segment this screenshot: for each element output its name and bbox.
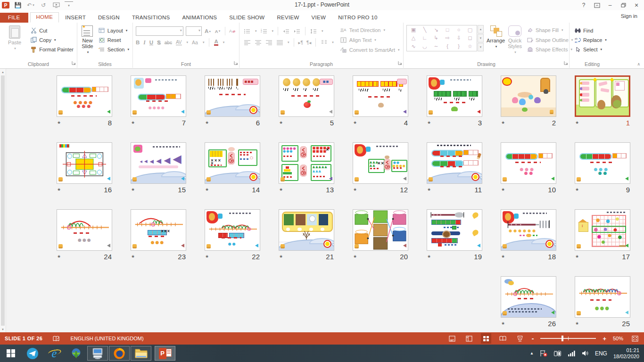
tab-nitro-pro-10[interactable]: NITRO PRO 10 — [332, 13, 383, 23]
taskbar-powerpoint-icon[interactable]: P — [155, 346, 175, 361]
slide-thumbnail-2[interactable] — [501, 75, 556, 117]
animation-star-icon[interactable]: ★ — [353, 254, 357, 259]
taskbar-telegram-icon[interactable] — [22, 345, 43, 362]
scroll-down-icon[interactable]: ▼ — [0, 326, 6, 332]
align-left-icon[interactable] — [243, 39, 251, 46]
slide-show-button[interactable] — [515, 333, 525, 344]
shape-effects-button[interactable]: Shape Effects▾ — [525, 45, 574, 54]
animation-star-icon[interactable]: ★ — [427, 187, 431, 192]
zoom-slider[interactable] — [540, 338, 596, 339]
close-icon[interactable]: × — [630, 0, 643, 10]
slide-thumbnail-22[interactable]: ●● — [205, 209, 260, 251]
animation-star-icon[interactable]: ★ — [575, 321, 579, 326]
tab-transitions[interactable]: TRANSITIONS — [126, 13, 176, 23]
animation-star-icon[interactable]: ★ — [205, 187, 209, 192]
animation-star-icon[interactable]: ★ — [501, 254, 505, 259]
tab-design[interactable]: DESIGN — [92, 13, 126, 23]
slide-thumbnail-11[interactable] — [427, 142, 482, 184]
animation-star-icon[interactable]: ★ — [279, 254, 283, 259]
justify-icon[interactable] — [276, 39, 283, 46]
zoom-level[interactable]: 50% — [613, 336, 623, 341]
convert-to-smartart-button[interactable]: Convert to SmartArt▾ — [339, 45, 401, 55]
paragraph-dialog-launcher-icon[interactable] — [398, 58, 402, 67]
decrease-font-size-icon[interactable]: A▼ — [214, 28, 222, 35]
animation-star-icon[interactable]: ★ — [353, 120, 357, 125]
font-color-button[interactable]: A — [214, 39, 218, 45]
align-center-icon[interactable] — [254, 39, 262, 46]
slide-thumbnail-14[interactable]: ××××○ — [205, 142, 260, 184]
slide-thumbnail-23[interactable]: ×××●●● — [131, 209, 186, 251]
animation-star-icon[interactable]: ★ — [575, 187, 579, 192]
shapes-scroll-up-icon[interactable]: ▲ — [478, 25, 484, 33]
tab-review[interactable]: REVIEW — [271, 13, 305, 23]
slide-sorter-view-button[interactable] — [481, 333, 491, 344]
animation-star-icon[interactable]: ★ — [57, 254, 61, 259]
slide-thumbnail-8[interactable]: ●●●●●●● — [57, 75, 112, 117]
sign-in-link[interactable]: Sign in — [621, 13, 637, 19]
find-button[interactable]: Find — [572, 26, 608, 35]
network-signal-icon[interactable] — [568, 350, 576, 356]
ltr-direction-icon[interactable]: ▸¶ — [298, 40, 303, 45]
change-case-button[interactable]: Aa — [192, 40, 198, 45]
align-text-button[interactable]: Align Text▾ — [339, 35, 401, 45]
animation-star-icon[interactable]: ★ — [575, 254, 579, 259]
slide-thumbnail-26[interactable] — [501, 276, 556, 318]
character-spacing-button[interactable]: AV — [176, 40, 182, 45]
new-slide-button[interactable]: New Slide ▾ — [80, 25, 95, 54]
slide-thumbnail-13[interactable]: ●●●●●●●■■■■■■■■■×▲▲▲▲▲▲▲▲ — [279, 142, 334, 184]
animation-star-icon[interactable]: ★ — [501, 321, 505, 326]
fit-slide-to-window-icon[interactable] — [630, 333, 640, 344]
clipboard-dialog-launcher-icon[interactable] — [72, 58, 76, 67]
bold-button[interactable]: B — [136, 40, 140, 45]
animation-star-icon[interactable]: ★ — [427, 120, 431, 125]
rtl-direction-icon[interactable]: ¶◂ — [306, 40, 311, 45]
quick-styles-button[interactable]: Quick Styles ▾ — [508, 25, 522, 54]
vertical-scrollbar[interactable]: ▲ ▼ — [0, 69, 6, 332]
animation-star-icon[interactable]: ★ — [501, 187, 505, 192]
slide-thumbnail-4[interactable] — [353, 75, 408, 117]
ribbon-display-options-icon[interactable] — [590, 0, 603, 10]
reset-button[interactable]: Reset — [97, 35, 131, 44]
italic-button[interactable]: I — [143, 40, 145, 45]
animation-star-icon[interactable]: ★ — [279, 120, 283, 125]
tab-file[interactable]: FILE — [0, 13, 28, 23]
tab-view[interactable]: VIEW — [305, 13, 332, 23]
taskbar-file-explorer-icon[interactable] — [131, 346, 151, 361]
reading-view-button[interactable] — [498, 333, 508, 344]
tray-clock[interactable]: 01:21 18/02/2020 — [613, 347, 639, 360]
columns-icon[interactable] — [320, 39, 328, 46]
paste-button[interactable]: Paste ▾ — [3, 25, 26, 54]
scrollbar-thumb[interactable] — [1, 75, 5, 326]
taskbar-firefox-icon[interactable] — [109, 346, 130, 361]
animation-star-icon[interactable]: ★ — [57, 187, 61, 192]
slide-thumbnail-17[interactable]: ●●●●●●●●●●∶ — [575, 209, 630, 251]
notes-button[interactable] — [447, 333, 457, 344]
text-direction-button[interactable]: A Text Direction▾ — [339, 25, 401, 35]
underline-button[interactable]: U — [149, 40, 153, 45]
taskbar-internet-explorer-icon[interactable]: e — [43, 345, 65, 362]
animation-star-icon[interactable]: ★ — [131, 120, 135, 125]
slide-thumbnail-20[interactable] — [353, 209, 408, 251]
slide-thumbnail-16[interactable] — [57, 142, 112, 184]
slide-thumbnail-6[interactable]: ■■■ — [205, 75, 260, 117]
align-right-icon[interactable] — [265, 39, 272, 46]
font-size-combobox[interactable] — [186, 26, 202, 36]
layout-button[interactable]: Layout▾ — [97, 26, 131, 35]
restore-icon[interactable] — [617, 0, 630, 10]
normal-view-button[interactable] — [464, 333, 474, 344]
numbering-icon[interactable]: 12 — [260, 28, 268, 35]
slide-thumbnail-19[interactable] — [427, 209, 482, 251]
strikethrough-button[interactable]: abc — [165, 40, 172, 45]
format-painter-button[interactable]: Format Painter — [28, 45, 75, 54]
slide-thumbnail-9[interactable]: ●●●●● — [575, 142, 630, 184]
tab-animations[interactable]: ANIMATIONS — [176, 13, 223, 23]
zoom-slider-thumb[interactable] — [561, 336, 563, 341]
select-button[interactable]: Select▾ — [572, 45, 608, 54]
shapes-gallery[interactable]: ▣╲↘□○▢ △∟↳⇨⇩◻ ∿◡∼{}☆ — [406, 25, 477, 51]
tab-home[interactable]: HOME — [30, 12, 59, 23]
line-spacing-icon[interactable] — [310, 28, 317, 35]
animation-star-icon[interactable]: ★ — [205, 120, 209, 125]
slide-thumbnail-25[interactable]: ●●● — [575, 276, 630, 318]
action-center-flag-icon[interactable] — [540, 350, 547, 357]
drawing-dialog-launcher-icon[interactable] — [564, 58, 568, 67]
